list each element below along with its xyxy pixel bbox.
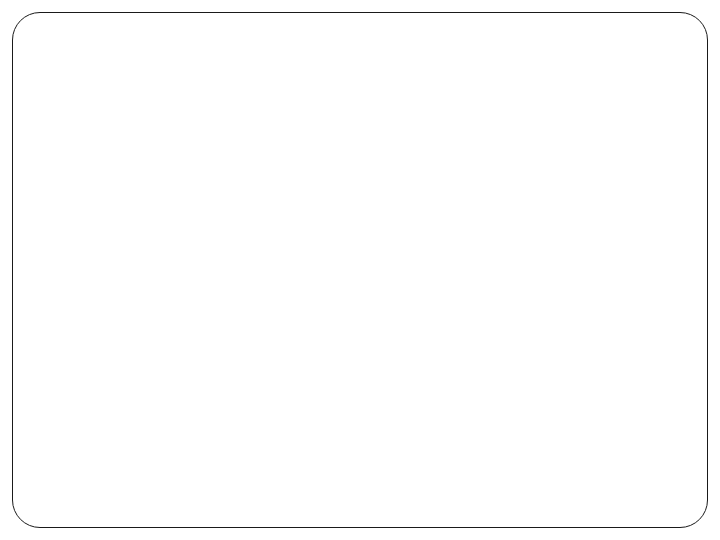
slide-frame — [12, 12, 708, 528]
